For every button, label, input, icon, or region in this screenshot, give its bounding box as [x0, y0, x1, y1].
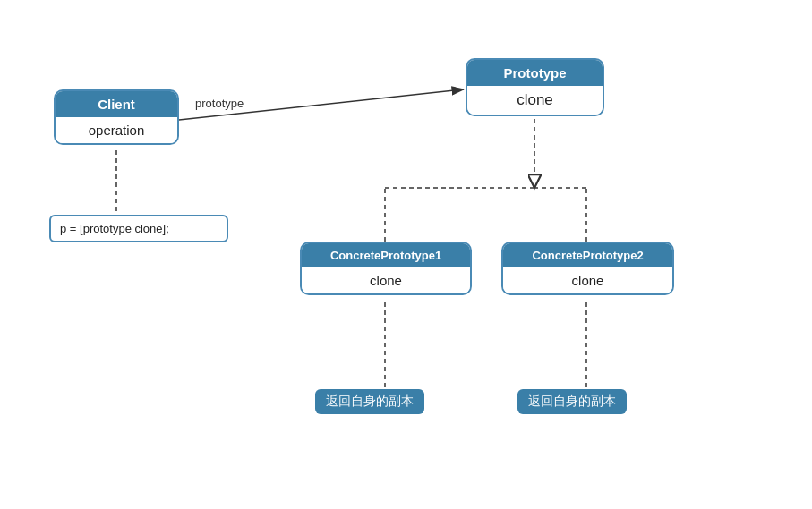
concrete1-box: ConcretePrototype1 clone: [300, 242, 472, 295]
concrete1-header: ConcretePrototype1: [302, 243, 470, 267]
client-body: operation: [56, 117, 177, 143]
concrete2-header: ConcretePrototype2: [503, 243, 672, 267]
concrete1-label: 返回自身的副本: [315, 389, 424, 414]
client-box: Client operation: [54, 89, 179, 145]
prototype-body: clone: [467, 86, 603, 115]
concrete2-label: 返回自身的副本: [517, 389, 627, 414]
concrete2-body: clone: [503, 267, 672, 293]
concrete2-box: ConcretePrototype2 clone: [501, 242, 674, 295]
client-note-box: p = [prototype clone];: [49, 215, 228, 242]
prototype-header: Prototype: [467, 60, 603, 86]
concrete1-body: clone: [302, 267, 470, 293]
diagram-container: Client operation prototype Prototype clo…: [0, 0, 812, 509]
prototype-box: Prototype clone: [466, 58, 604, 116]
prototype-arrow-label: prototype: [195, 97, 244, 110]
client-header: Client: [56, 91, 177, 117]
